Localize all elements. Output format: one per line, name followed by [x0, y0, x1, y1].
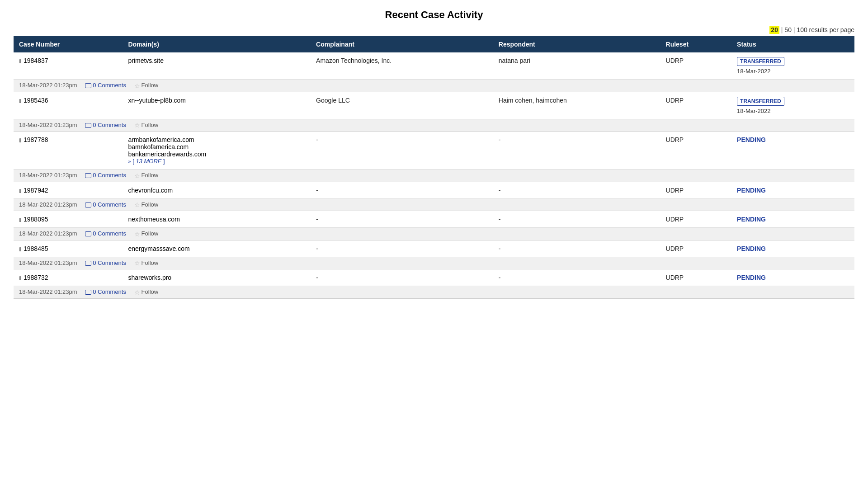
table-row: ⫿1987942chevronfcu.com--UDRPPENDING	[14, 182, 854, 198]
domain-name[interactable]: shareworks.pro	[128, 274, 305, 281]
status-pending: PENDING	[737, 187, 766, 194]
case-bar-icon: ⫿	[19, 217, 22, 223]
ruleset-cell: UDRP	[660, 182, 732, 198]
case-number-link[interactable]: 1985436	[24, 97, 48, 104]
respondent-cell: -	[493, 182, 660, 198]
ruleset-cell: UDRP	[660, 52, 732, 80]
star-icon: ☆	[134, 82, 140, 90]
domain-name[interactable]: nexthomeusa.com	[128, 216, 305, 223]
case-number-link[interactable]: 1988095	[24, 216, 48, 223]
table-row: ⫿1988095nexthomeusa.com--UDRPPENDING	[14, 211, 854, 228]
complainant-cell: -	[311, 182, 493, 198]
comment-icon	[85, 203, 91, 207]
comment-icon	[85, 290, 91, 295]
ruleset-cell: UDRP	[660, 211, 732, 228]
activity-timestamp: 18-Mar-2022 01:23pm	[19, 82, 77, 89]
case-number-cell: ⫿1984837	[14, 52, 123, 80]
complainant-cell: Google LLC	[311, 92, 493, 119]
activity-row: 18-Mar-2022 01:23pm 0 Comments ☆Follow	[14, 170, 854, 182]
table-row: ⫿1987788armbankofamerica.combamnkofameri…	[14, 132, 854, 170]
case-number-link[interactable]: 1988485	[24, 245, 48, 252]
follow-button[interactable]: ☆Follow	[134, 288, 159, 295]
results-20[interactable]: 20	[769, 26, 779, 34]
ruleset-cell: UDRP	[660, 269, 732, 286]
domain-name[interactable]: primetvs.site	[128, 57, 305, 64]
activity-row: 18-Mar-2022 01:23pm 0 Comments ☆Follow	[14, 119, 854, 132]
follow-button[interactable]: ☆Follow	[134, 259, 159, 266]
case-bar-icon: ⫿	[19, 188, 22, 194]
domain-name[interactable]: xn--yutube-pl8b.com	[128, 97, 305, 104]
domain-more-link[interactable]: » [ 13 MORE ]	[128, 158, 305, 165]
comments-link[interactable]: 0 Comments	[85, 172, 127, 179]
activity-timestamp: 18-Mar-2022 01:23pm	[19, 230, 77, 237]
complainant-cell: -	[311, 240, 493, 257]
table-row: ⫿1985436xn--yutube-pl8b.comGoogle LLCHai…	[14, 92, 854, 119]
complainant-cell: -	[311, 211, 493, 228]
respondent-cell: Haim cohen, haimcohen	[493, 92, 660, 119]
col-ruleset: Ruleset	[660, 36, 732, 52]
star-icon: ☆	[134, 289, 140, 296]
follow-button[interactable]: ☆Follow	[134, 172, 159, 179]
case-number-link[interactable]: 1988732	[24, 274, 48, 281]
star-icon: ☆	[134, 259, 140, 267]
comment-icon	[85, 231, 91, 236]
domain-name[interactable]: bankamericardrewards.com	[128, 151, 305, 158]
respondent-cell: -	[493, 240, 660, 257]
activity-row: 18-Mar-2022 01:23pm 0 Comments ☆Follow	[14, 228, 854, 240]
activity-timestamp: 18-Mar-2022 01:23pm	[19, 122, 77, 128]
respondent-cell: -	[493, 269, 660, 286]
domain-name[interactable]: chevronfcu.com	[128, 187, 305, 194]
domain-cell: xn--yutube-pl8b.com	[123, 92, 311, 119]
domain-cell: nexthomeusa.com	[123, 211, 311, 228]
results-100[interactable]: 100	[797, 26, 807, 33]
status-cell: PENDING	[731, 240, 854, 257]
table-header: Case Number Domain(s) Complainant Respon…	[14, 36, 854, 52]
status-cell: PENDING	[731, 132, 854, 170]
domain-name[interactable]: armbankofamerica.com	[128, 136, 305, 143]
activity-timestamp: 18-Mar-2022 01:23pm	[19, 201, 77, 208]
comment-icon	[85, 261, 91, 266]
table-row: ⫿1988485energymasssave.com--UDRPPENDING	[14, 240, 854, 257]
case-number-cell: ⫿1987942	[14, 182, 123, 198]
comments-link[interactable]: 0 Comments	[85, 201, 127, 208]
domain-name[interactable]: bamnkofamerica.com	[128, 143, 305, 151]
cases-table: Case Number Domain(s) Complainant Respon…	[14, 36, 854, 299]
col-case-number: Case Number	[14, 36, 123, 52]
follow-button[interactable]: ☆Follow	[134, 201, 159, 208]
star-icon: ☆	[134, 201, 140, 208]
domain-cell: energymasssave.com	[123, 240, 311, 257]
case-bar-icon: ⫿	[19, 275, 22, 281]
results-50[interactable]: 50	[784, 26, 792, 33]
case-number-link[interactable]: 1984837	[24, 57, 48, 64]
respondent-cell: natana pari	[493, 52, 660, 80]
domain-cell: primetvs.site	[123, 52, 311, 80]
activity-timestamp: 18-Mar-2022 01:23pm	[19, 172, 77, 179]
col-respondent: Respondent	[493, 36, 660, 52]
status-cell: PENDING	[731, 269, 854, 286]
comments-link[interactable]: 0 Comments	[85, 259, 127, 266]
comments-link[interactable]: 0 Comments	[85, 82, 127, 89]
star-icon: ☆	[134, 122, 140, 129]
col-domains: Domain(s)	[123, 36, 311, 52]
comments-link[interactable]: 0 Comments	[85, 122, 127, 128]
follow-button[interactable]: ☆Follow	[134, 82, 159, 89]
status-badge: TRANSFERRED	[737, 57, 784, 66]
status-date: 18-Mar-2022	[737, 68, 849, 75]
domain-name[interactable]: energymasssave.com	[128, 245, 305, 252]
activity-cell: 18-Mar-2022 01:23pm 0 Comments ☆Follow	[14, 286, 854, 299]
status-pending: PENDING	[737, 136, 766, 143]
case-bar-icon: ⫿	[19, 98, 22, 104]
case-number-link[interactable]: 1987788	[24, 136, 48, 143]
results-per-page: 20 | 50 | 100 results per page	[14, 26, 854, 33]
follow-button[interactable]: ☆Follow	[134, 122, 159, 128]
follow-button[interactable]: ☆Follow	[134, 230, 159, 237]
more-arrow-icon: »	[128, 159, 131, 164]
comments-link[interactable]: 0 Comments	[85, 288, 127, 295]
case-number-cell: ⫿1987788	[14, 132, 123, 170]
comments-link[interactable]: 0 Comments	[85, 230, 127, 237]
case-number-link[interactable]: 1987942	[24, 187, 48, 194]
results-suffix-text: results per page	[809, 26, 854, 33]
activity-cell: 18-Mar-2022 01:23pm 0 Comments ☆Follow	[14, 170, 854, 182]
activity-timestamp: 18-Mar-2022 01:23pm	[19, 259, 77, 266]
complainant-cell: -	[311, 269, 493, 286]
